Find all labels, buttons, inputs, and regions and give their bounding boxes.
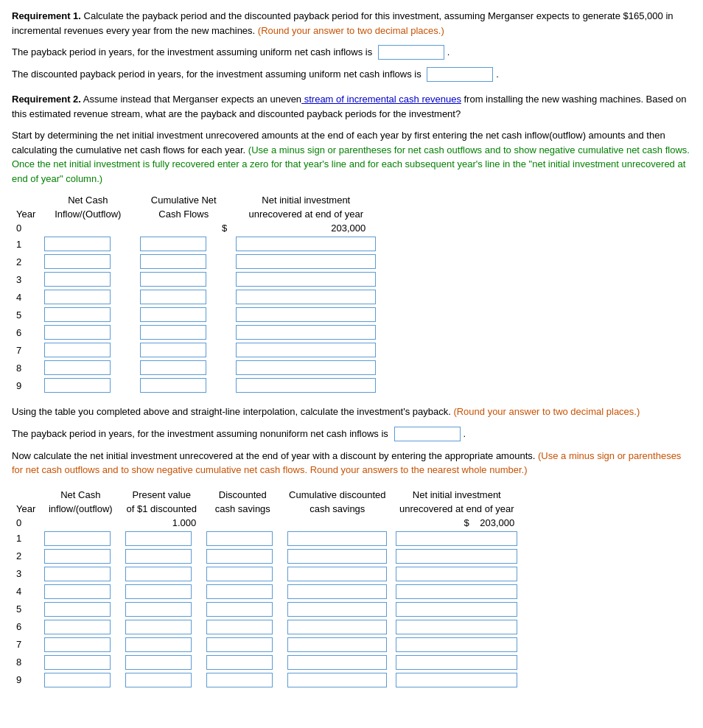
table1-row5-col3[interactable] — [136, 306, 231, 323]
table1-row9-col2[interactable] — [40, 377, 136, 394]
table1-input-7-col3[interactable] — [140, 343, 206, 357]
table2-input-1-col2[interactable] — [44, 531, 111, 546]
table1-row8-col3[interactable] — [136, 359, 231, 377]
table2-input-5-col3[interactable] — [125, 602, 192, 617]
table2-input-8-col6[interactable] — [396, 655, 517, 670]
table2-input-1-col3[interactable] — [125, 531, 192, 546]
table2-input-2-col4[interactable] — [206, 549, 273, 564]
table2-input-8-col3[interactable] — [125, 655, 192, 670]
table2-input-1-col5[interactable] — [287, 531, 387, 546]
table2-input-3-col6[interactable] — [396, 567, 517, 581]
table2-input-4-col3[interactable] — [125, 584, 192, 599]
table2-input-9-col5[interactable] — [287, 673, 387, 687]
req2-link[interactable]: stream of incremental cash revenues — [301, 94, 461, 105]
table1-row6-col2[interactable] — [40, 323, 136, 341]
table1-input-3-col2[interactable] — [44, 272, 111, 287]
table2-input-4-col5[interactable] — [287, 584, 387, 599]
table1-row9-col3[interactable] — [136, 377, 231, 394]
table1-input-6-col3[interactable] — [140, 325, 206, 340]
table1-row3-col4[interactable] — [231, 270, 380, 288]
table1-input-2-col3[interactable] — [140, 254, 206, 269]
table2-input-8-col2[interactable] — [44, 655, 111, 670]
table2-input-9-col4[interactable] — [206, 673, 273, 687]
table2-input-6-col5[interactable] — [287, 620, 387, 634]
table1-input-4-col2[interactable] — [44, 290, 111, 304]
table1-input-1-col3[interactable] — [140, 237, 206, 251]
table2-input-7-col4[interactable] — [206, 637, 273, 652]
table2-input-2-col6[interactable] — [396, 549, 517, 564]
table1-row8-col4[interactable] — [231, 359, 380, 377]
table2-input-8-col5[interactable] — [287, 655, 387, 670]
table1-input-6-col2[interactable] — [44, 325, 111, 340]
table1-input-4-col3[interactable] — [140, 290, 206, 304]
table2-input-5-col4[interactable] — [206, 602, 273, 617]
table1-row8-col2[interactable] — [40, 359, 136, 377]
table1-row4-col2[interactable] — [40, 288, 136, 306]
discounted-payback-period-uniform-input[interactable] — [427, 67, 493, 82]
table2-input-8-col4[interactable] — [206, 655, 273, 670]
table1-input-9-col2[interactable] — [44, 378, 111, 393]
table1-row1-col4[interactable] — [231, 235, 380, 253]
table2-input-6-col6[interactable] — [396, 620, 517, 634]
table1-input-1-col2[interactable] — [44, 237, 111, 251]
table2-input-1-col4[interactable] — [206, 531, 273, 546]
table1-row7-col3[interactable] — [136, 341, 231, 359]
table1-input-2-col4[interactable] — [236, 254, 376, 269]
table2-input-9-col3[interactable] — [125, 673, 192, 687]
table1-row9-col4[interactable] — [231, 377, 380, 394]
table1-row1-col2[interactable] — [40, 235, 136, 253]
table2-input-2-col5[interactable] — [287, 549, 387, 564]
table2-input-5-col6[interactable] — [396, 602, 517, 617]
table1-row2-col4[interactable] — [231, 253, 380, 270]
table1-row3-col2[interactable] — [40, 270, 136, 288]
table1-input-3-col3[interactable] — [140, 272, 206, 287]
table2-input-3-col3[interactable] — [125, 567, 192, 581]
table1-row5-col4[interactable] — [231, 306, 380, 323]
table2-input-9-col2[interactable] — [44, 673, 111, 687]
table1-row5-col2[interactable] — [40, 306, 136, 323]
table2-input-6-col3[interactable] — [125, 620, 192, 634]
table1-row7-col4[interactable] — [231, 341, 380, 359]
table2-input-7-col5[interactable] — [287, 637, 387, 652]
payback-period-nonuniform-input[interactable] — [394, 427, 461, 441]
table2-input-4-col4[interactable] — [206, 584, 273, 599]
table1-row4-col3[interactable] — [136, 288, 231, 306]
table1-input-7-col4[interactable] — [236, 343, 376, 357]
table2-input-3-col4[interactable] — [206, 567, 273, 581]
table2-input-4-col6[interactable] — [396, 584, 517, 599]
table1-input-7-col2[interactable] — [44, 343, 111, 357]
table1-input-8-col4[interactable] — [236, 360, 376, 375]
table2-input-6-col4[interactable] — [206, 620, 273, 634]
table1-row1-col3[interactable] — [136, 235, 231, 253]
table1-input-9-col3[interactable] — [140, 378, 206, 393]
table2-input-7-col3[interactable] — [125, 637, 192, 652]
table1-input-3-col4[interactable] — [236, 272, 376, 287]
table1-row4-col4[interactable] — [231, 288, 380, 306]
table2-input-2-col3[interactable] — [125, 549, 192, 564]
table1-row2-col3[interactable] — [136, 253, 231, 270]
table2-input-7-col6[interactable] — [396, 637, 517, 652]
payback-period-uniform-input[interactable] — [378, 45, 444, 60]
table1-input-5-col2[interactable] — [44, 307, 111, 322]
table2-input-5-col2[interactable] — [44, 602, 111, 617]
table1-input-4-col4[interactable] — [236, 290, 376, 304]
table1-row2-col2[interactable] — [40, 253, 136, 270]
table1-row6-col4[interactable] — [231, 323, 380, 341]
table2-input-4-col2[interactable] — [44, 584, 111, 599]
table1-row3-col3[interactable] — [136, 270, 231, 288]
table1-input-2-col2[interactable] — [44, 254, 111, 269]
table1-input-1-col4[interactable] — [236, 237, 376, 251]
table1-input-5-col4[interactable] — [236, 307, 376, 322]
table2-input-5-col5[interactable] — [287, 602, 387, 617]
table2-input-3-col5[interactable] — [287, 567, 387, 581]
table1-input-9-col4[interactable] — [236, 378, 376, 393]
table1-input-8-col3[interactable] — [140, 360, 206, 375]
table1-input-6-col4[interactable] — [236, 325, 376, 340]
table1-input-8-col2[interactable] — [44, 360, 111, 375]
table2-input-3-col2[interactable] — [44, 567, 111, 581]
table2-input-1-col6[interactable] — [396, 531, 517, 546]
table2-input-7-col2[interactable] — [44, 637, 111, 652]
table2-input-9-col6[interactable] — [396, 673, 517, 687]
table1-row7-col2[interactable] — [40, 341, 136, 359]
table2-input-2-col2[interactable] — [44, 549, 111, 564]
